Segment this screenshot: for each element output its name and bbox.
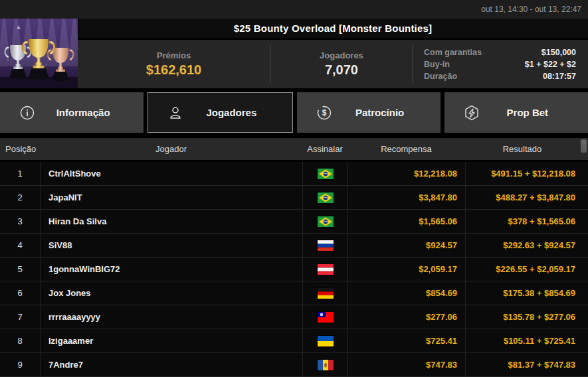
tournament-header: $25 Bounty Overload [Monster Bounties] P… bbox=[0, 19, 588, 88]
trophies-image bbox=[0, 19, 78, 88]
flag-cell bbox=[302, 329, 347, 352]
result-value: $491.15 + $12,218.08 bbox=[465, 162, 579, 185]
guarantee-value: $150,000 bbox=[541, 48, 576, 57]
result-value: $488.27 + $3,847.80 bbox=[465, 186, 579, 209]
result-value: $226.55 + $2,059.17 bbox=[465, 258, 579, 281]
reward-value: $277.06 bbox=[347, 305, 465, 329]
prizes-value: $162,610 bbox=[146, 62, 201, 78]
trophies-graphic bbox=[0, 19, 78, 88]
row-spacer bbox=[579, 210, 588, 233]
table-row[interactable]: 7 rrrraaaayyyy $277.06 $135.78 + $277.06 bbox=[0, 305, 588, 329]
top-bar: out 13, 14:30 - out 13, 22:47 bbox=[0, 0, 588, 19]
guarantee-label: Com garantias bbox=[424, 48, 482, 57]
player-name: rrrraaaayyyy bbox=[40, 305, 302, 329]
table-row[interactable]: 3 Hiran Da Silva $1,565.06 $378 + $1,565… bbox=[0, 210, 588, 234]
row-spacer bbox=[579, 305, 588, 329]
info-icon bbox=[19, 104, 36, 121]
duration-row: Duração 08:17:57 bbox=[424, 72, 576, 81]
players-value: 7,070 bbox=[325, 62, 358, 78]
flag-cell bbox=[302, 305, 347, 329]
row-spacer bbox=[579, 162, 588, 185]
reward-value: $725.41 bbox=[347, 329, 465, 352]
tournament-schedule: out 13, 14:30 - out 13, 22:47 bbox=[481, 5, 581, 14]
table-body: 1 CtrlAltShove $12,218.08 $491.15 + $12,… bbox=[0, 162, 588, 377]
prizes-label: Prémios bbox=[157, 50, 191, 60]
table-header: Posição Jogador Assinalar Recompensa Res… bbox=[0, 138, 588, 160]
tab-label: Informação bbox=[36, 107, 144, 118]
flag-cell bbox=[302, 162, 347, 185]
table-row[interactable]: 8 Izigaaamer $725.41 $105.11 + $725.41 bbox=[0, 329, 588, 353]
flag-cell bbox=[302, 281, 347, 305]
row-spacer bbox=[579, 186, 588, 209]
tab-bar: Informação Jogadores $ Patrocínio Prop B… bbox=[0, 92, 588, 133]
reward-value: $2,059.17 bbox=[347, 258, 465, 281]
guarantee-row: Com garantias $150,000 bbox=[424, 48, 576, 57]
flag-brazil bbox=[318, 216, 334, 227]
reward-value: $1,565.06 bbox=[347, 210, 465, 233]
buyin-value: $1 + $22 + $2 bbox=[525, 60, 576, 69]
flag-russia bbox=[318, 240, 334, 251]
flag-cell bbox=[302, 234, 347, 257]
column-header-player: Jogador bbox=[40, 144, 302, 154]
result-value: $175.38 + $854.69 bbox=[465, 281, 579, 305]
result-value: $292.63 + $924.57 bbox=[465, 234, 579, 257]
scrollbar-thumb[interactable] bbox=[581, 139, 587, 153]
player-name: JapaNIT bbox=[40, 186, 302, 209]
tab-label: Patrocínio bbox=[333, 107, 441, 118]
table-row[interactable]: 6 Jox Jones $854.69 $175.38 + $854.69 bbox=[0, 281, 588, 305]
column-header-result: Resultado bbox=[465, 144, 579, 154]
position-cell: 1 bbox=[0, 162, 40, 185]
table-row[interactable]: 5 1gonnaWinBIG72 $2,059.17 $226.55 + $2,… bbox=[0, 258, 588, 281]
flag-cell bbox=[302, 210, 347, 233]
row-spacer bbox=[579, 281, 588, 305]
tab-patrocinio[interactable]: $ Patrocínio bbox=[297, 92, 441, 133]
prop-bet-icon bbox=[463, 104, 480, 121]
position-cell: 7 bbox=[0, 305, 40, 329]
tournament-title: $25 Bounty Overload [Monster Bounties] bbox=[78, 19, 588, 38]
person-icon bbox=[167, 104, 184, 121]
flag-taiwan bbox=[318, 312, 334, 323]
tab-jogadores[interactable]: Jogadores bbox=[147, 92, 292, 133]
reward-value: $854.69 bbox=[347, 281, 465, 305]
position-cell: 2 bbox=[0, 186, 40, 209]
reward-value: $12,218.08 bbox=[347, 162, 465, 185]
flag-moldova bbox=[318, 360, 334, 370]
result-value: $105.11 + $725.41 bbox=[465, 329, 579, 352]
row-spacer bbox=[579, 353, 588, 376]
position-cell: 5 bbox=[0, 258, 40, 281]
tab-prop-bet[interactable]: Prop Bet bbox=[444, 92, 588, 133]
player-name: CtrlAltShove bbox=[40, 162, 302, 185]
buyin-row: Buy-in $1 + $22 + $2 bbox=[424, 60, 576, 69]
reward-value: $3,847.80 bbox=[347, 186, 465, 209]
flag-cell bbox=[302, 186, 347, 209]
tab-label: Prop Bet bbox=[480, 107, 588, 118]
row-spacer bbox=[579, 234, 588, 257]
players-label: Jogadores bbox=[320, 50, 363, 60]
player-name: Hiran Da Silva bbox=[40, 210, 302, 233]
table-row[interactable]: 2 JapaNIT $3,847.80 $488.27 + $3,847.80 bbox=[0, 186, 588, 210]
svg-text:$: $ bbox=[322, 108, 326, 117]
result-value: $378 + $1,565.06 bbox=[465, 210, 579, 233]
dollar-circle-icon: $ bbox=[316, 104, 333, 121]
position-cell: 8 bbox=[0, 329, 40, 352]
flag-brazil bbox=[318, 169, 334, 179]
table-row[interactable]: 4 SiV88 $924.57 $292.63 + $924.57 bbox=[0, 234, 588, 258]
flag-brazil bbox=[318, 192, 334, 203]
flag-cell bbox=[302, 258, 347, 281]
flag-cell bbox=[302, 353, 347, 376]
player-name: 7Andre7 bbox=[40, 353, 302, 376]
flag-germany bbox=[318, 288, 334, 299]
table-row[interactable]: 1 CtrlAltShove $12,218.08 $491.15 + $12,… bbox=[0, 162, 588, 186]
result-value: $135.78 + $277.06 bbox=[465, 305, 579, 329]
position-cell: 9 bbox=[0, 353, 40, 376]
reward-value: $924.57 bbox=[347, 234, 465, 257]
table-row[interactable]: 9 7Andre7 $747.83 $81.37 + $747.83 bbox=[0, 353, 588, 377]
reward-value: $747.83 bbox=[347, 353, 465, 376]
player-name: 1gonnaWinBIG72 bbox=[40, 258, 302, 281]
row-spacer bbox=[579, 329, 588, 352]
players-table: Posição Jogador Assinalar Recompensa Res… bbox=[0, 138, 588, 377]
player-name: Jox Jones bbox=[40, 281, 302, 305]
details-panel: Com garantias $150,000 Buy-in $1 + $22 +… bbox=[413, 45, 588, 83]
player-name: SiV88 bbox=[40, 234, 302, 257]
tab-informacao[interactable]: Informação bbox=[0, 92, 144, 133]
